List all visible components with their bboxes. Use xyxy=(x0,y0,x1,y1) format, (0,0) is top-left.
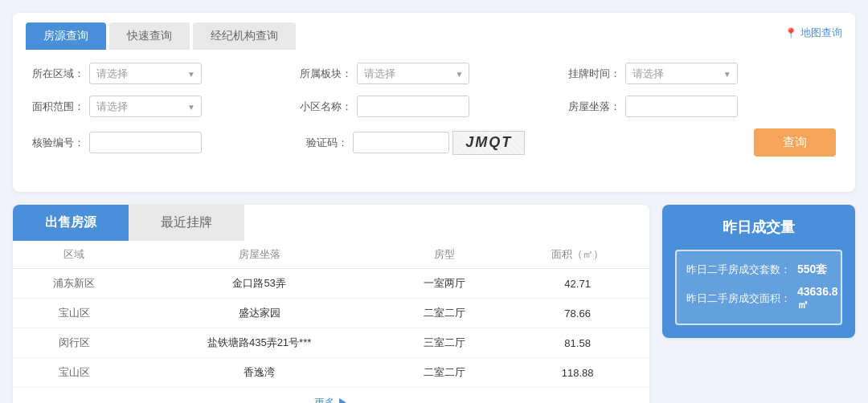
search-card: 房源查询 快速查询 经纪机构查询 📍 地图查询 所在区域： 请选择 所属板块： xyxy=(13,13,855,192)
cell-type: 一室两厅 xyxy=(383,269,506,299)
cell-area: 浦东新区 xyxy=(13,269,136,299)
listing-time-select[interactable]: 请选择 xyxy=(625,63,738,84)
stat-value-1: 43636.8㎡ xyxy=(797,285,838,312)
form-group-search-btn: 查询 xyxy=(568,128,836,157)
tab-house-search[interactable]: 房源查询 xyxy=(26,22,106,50)
bottom-section: 出售房源 最近挂牌 区域 房屋坐落 房型 面积（㎡） 浦东新区 金口路53弄 一… xyxy=(13,205,855,403)
tab-agency-search[interactable]: 经纪机构查询 xyxy=(193,22,296,50)
stats-title: 昨日成交量 xyxy=(675,218,842,237)
form-group-listing-time: 挂牌时间： 请选择 xyxy=(568,63,836,84)
stat-label-1: 昨日二手房成交面积： xyxy=(686,291,791,306)
table-row: 宝山区 盛达家园 二室二厅 78.66 xyxy=(13,299,649,328)
table-row: 宝山区 香逸湾 二室二厅 118.88 xyxy=(13,358,649,388)
stat-row-1: 昨日二手房成交面积： 43636.8㎡ xyxy=(686,285,831,312)
cell-type: 二室二厅 xyxy=(383,358,506,388)
col-type: 房型 xyxy=(383,241,506,269)
area-select[interactable]: 请选择 xyxy=(89,96,202,117)
panel-tabs: 出售房源 最近挂牌 xyxy=(13,205,649,241)
form-area: 所在区域： 请选择 所属板块： 请选择 挂牌时间： xyxy=(13,50,855,176)
stats-box: 昨日二手房成交套数： 550套 昨日二手房成交面积： 43636.8㎡ xyxy=(675,250,842,325)
area-label: 面积范围： xyxy=(32,100,84,114)
form-group-captcha: 验证码： JMQТ xyxy=(300,131,567,155)
verify-no-input[interactable] xyxy=(89,132,202,153)
cell-type: 三室二厅 xyxy=(383,328,506,358)
form-group-region: 所在区域： 请选择 xyxy=(32,63,300,84)
stat-row-0: 昨日二手房成交套数： 550套 xyxy=(686,263,831,277)
property-table: 区域 房屋坐落 房型 面积（㎡） 浦东新区 金口路53弄 一室两厅 42.71 … xyxy=(13,241,649,388)
search-button[interactable]: 查询 xyxy=(754,128,836,157)
sector-select-wrapper: 请选择 xyxy=(357,63,469,84)
listing-time-select-wrapper: 请选择 xyxy=(625,63,738,84)
verify-no-label: 核验编号： xyxy=(32,136,84,150)
cell-size: 81.58 xyxy=(506,328,649,358)
captcha-image[interactable]: JMQТ xyxy=(452,131,525,155)
cell-area: 宝山区 xyxy=(13,358,136,388)
more-link[interactable]: 更多 ▶ xyxy=(13,388,649,403)
form-row-2: 面积范围： 请选择 小区名称： 房屋坐落： xyxy=(32,96,836,117)
form-group-location: 房屋坐落： xyxy=(568,96,836,117)
form-group-sector: 所属板块： 请选择 xyxy=(300,63,567,84)
cell-area: 闵行区 xyxy=(13,328,136,358)
col-location: 房屋坐落 xyxy=(136,241,383,269)
area-select-wrapper: 请选择 xyxy=(89,96,202,117)
form-group-community: 小区名称： xyxy=(300,96,567,117)
cell-size: 42.71 xyxy=(506,269,649,299)
col-size: 面积（㎡） xyxy=(506,241,649,269)
captcha-wrapper: JMQТ xyxy=(353,131,525,155)
table-row: 浦东新区 金口路53弄 一室两厅 42.71 xyxy=(13,269,649,299)
cell-area: 宝山区 xyxy=(13,299,136,328)
cell-location: 盛达家园 xyxy=(136,299,383,328)
col-area: 区域 xyxy=(13,241,136,269)
tab-for-sale[interactable]: 出售房源 xyxy=(13,205,129,241)
cell-type: 二室二厅 xyxy=(383,299,506,328)
form-group-area: 面积范围： 请选择 xyxy=(32,96,300,117)
stat-label-0: 昨日二手房成交套数： xyxy=(686,263,791,277)
form-group-verify-no: 核验编号： xyxy=(32,132,300,153)
map-link[interactable]: 📍 地图查询 xyxy=(784,26,842,40)
sector-select[interactable]: 请选择 xyxy=(357,63,469,84)
cell-location: 金口路53弄 xyxy=(136,269,383,299)
pin-icon: 📍 xyxy=(784,27,797,39)
form-row-1: 所在区域： 请选择 所属板块： 请选择 挂牌时间： xyxy=(32,63,836,84)
community-input[interactable] xyxy=(357,96,469,117)
captcha-label: 验证码： xyxy=(300,136,348,150)
table-header-row: 区域 房屋坐落 房型 面积（㎡） xyxy=(13,241,649,269)
tab-quick-search[interactable]: 快速查询 xyxy=(109,22,190,50)
location-label: 房屋坐落： xyxy=(568,100,620,114)
cell-location: 香逸湾 xyxy=(136,358,383,388)
region-label: 所在区域： xyxy=(32,67,84,81)
region-select-wrapper: 请选择 xyxy=(89,63,202,84)
captcha-input[interactable] xyxy=(353,132,449,153)
cell-size: 78.66 xyxy=(506,299,649,328)
cell-size: 118.88 xyxy=(506,358,649,388)
right-panel: 昨日成交量 昨日二手房成交套数： 550套 昨日二手房成交面积： 43636.8… xyxy=(662,205,855,338)
tab-bar: 房源查询 快速查询 经纪机构查询 📍 地图查询 xyxy=(13,13,855,50)
table-row: 闵行区 盐铁塘路435弄21号*** 三室二厅 81.58 xyxy=(13,328,649,358)
stat-value-0: 550套 xyxy=(797,263,827,277)
sector-label: 所属板块： xyxy=(300,67,352,81)
community-label: 小区名称： xyxy=(300,100,352,114)
form-row-3: 核验编号： 验证码： JMQТ 查询 xyxy=(32,128,836,157)
listing-time-label: 挂牌时间： xyxy=(568,67,620,81)
tab-recent-listing[interactable]: 最近挂牌 xyxy=(129,205,244,241)
cell-location: 盐铁塘路435弄21号*** xyxy=(136,328,383,358)
region-select[interactable]: 请选择 xyxy=(89,63,202,84)
location-input[interactable] xyxy=(625,96,738,117)
left-panel: 出售房源 最近挂牌 区域 房屋坐落 房型 面积（㎡） 浦东新区 金口路53弄 一… xyxy=(13,205,649,403)
